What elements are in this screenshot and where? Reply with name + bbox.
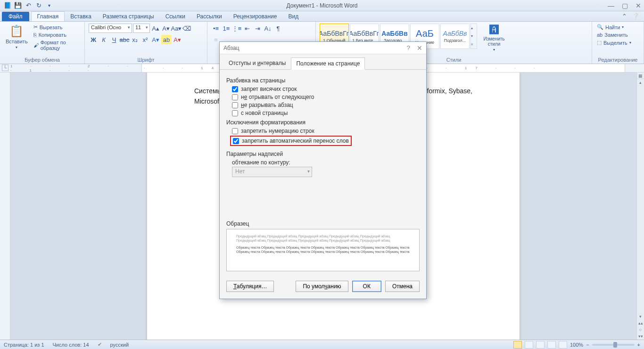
multilevel-icon[interactable]: ⋮≡ [232, 24, 241, 33]
chk-suppress-lines[interactable]: запретить нумерацию строк [232, 128, 420, 134]
zoom-level[interactable]: 100% [570, 342, 583, 348]
dialog-tab-indents[interactable]: Отступы и интервалы [223, 57, 291, 69]
copy-button[interactable]: ⎘Копировать [33, 32, 81, 38]
maximize-icon[interactable]: ▢ [622, 2, 628, 9]
select-button[interactable]: ⬚Выделить ▾ [596, 39, 632, 46]
chk-keep-together[interactable]: не разрывать абзац [232, 102, 420, 108]
undo-icon[interactable]: ↶ [24, 1, 33, 10]
browse-object-icon[interactable]: ○ [637, 326, 644, 333]
cut-button[interactable]: ✂Вырезать [33, 24, 81, 31]
chk-keep-next[interactable]: не отрывать от следующего [232, 94, 420, 100]
dialog-tabs: Отступы и интервалы Положение на страниц… [220, 54, 426, 69]
chk-no-hyphen[interactable]: запретить автоматический перенос слов [233, 138, 349, 144]
qat-more-icon[interactable]: ▾ [44, 1, 54, 10]
minimize-icon[interactable]: — [608, 2, 614, 9]
scroll-ruler-toggle[interactable]: ▦ [637, 73, 644, 79]
chk-keep-together-input[interactable] [232, 102, 238, 108]
tab-references[interactable]: Ссылки [160, 12, 191, 21]
styles-scroll[interactable]: ▴▾≡ [471, 24, 477, 49]
chk-widow-input[interactable] [232, 86, 238, 92]
section-exceptions: Исключения форматирования [226, 119, 420, 126]
tab-file[interactable]: Файл [2, 12, 29, 21]
superscript-button[interactable]: x² [140, 35, 150, 44]
font-color-icon[interactable]: A▾ [173, 35, 182, 44]
cancel-button[interactable]: Отмена [385, 281, 420, 292]
tab-view[interactable]: Вид [282, 12, 304, 21]
subscript-button[interactable]: x₂ [130, 35, 140, 44]
italic-button[interactable]: К [99, 35, 108, 44]
paste-button[interactable]: 📋 Вставить ▾ [4, 24, 30, 50]
indent-inc-icon[interactable]: ⇥ [253, 24, 262, 33]
dialog-close-icon[interactable]: ✕ [417, 44, 422, 52]
prev-page-icon[interactable]: ▴▴ [637, 320, 644, 326]
style-subtitle[interactable]: АаБбВвПодзагол... [440, 24, 470, 49]
ribbon-minimize-icon[interactable]: ⌃ [622, 13, 627, 20]
highlight-icon[interactable]: ab [161, 35, 172, 44]
save-icon[interactable]: 💾 [13, 1, 23, 10]
view-web[interactable] [536, 341, 545, 349]
sort-icon[interactable]: A↓ [263, 24, 272, 33]
grow-font-icon[interactable]: A▴ [151, 24, 160, 33]
scrollbar-vertical[interactable]: ▦ ▴ ▾ ▴▴ ○ ▾▾ [636, 73, 644, 340]
chk-widow-control[interactable]: запрет висячих строк [232, 86, 420, 92]
status-words[interactable]: Число слов: 14 [53, 342, 89, 348]
next-page-icon[interactable]: ▾▾ [637, 333, 644, 340]
replace-button[interactable]: abЗаменить [596, 32, 632, 38]
dialog-tab-position[interactable]: Положение на странице [291, 57, 365, 70]
default-button[interactable]: По умолчанию [296, 281, 348, 292]
font-name-combo[interactable]: Calibri (Осно [89, 24, 132, 33]
chk-no-hyphen-input[interactable] [233, 138, 239, 144]
bold-button[interactable]: Ж [89, 35, 98, 44]
dialog-titlebar[interactable]: Абзац ? ✕ [220, 42, 426, 54]
find-icon: 🔍 [597, 24, 603, 30]
ribbon-help-icon[interactable]: ❔ [632, 13, 639, 20]
indent-dec-icon[interactable]: ⇤ [242, 24, 252, 33]
change-case-icon[interactable]: Aa▾ [172, 24, 181, 33]
clear-format-icon[interactable]: ⌫ [182, 24, 191, 33]
view-draft[interactable] [559, 341, 567, 349]
tabs-button[interactable]: Табуляция… [226, 281, 274, 292]
tab-mailings[interactable]: Рассылки [191, 12, 228, 21]
status-page[interactable]: Страница: 1 из 1 [4, 342, 44, 348]
underline-button[interactable]: Ч [109, 35, 119, 44]
tab-layout[interactable]: Разметка страницы [97, 12, 160, 21]
numbering-icon[interactable]: 1≡ [222, 24, 231, 33]
chk-page-break[interactable]: с новой страницы [232, 110, 420, 116]
view-outline[interactable] [547, 341, 556, 349]
chevron-down-icon: ▾ [493, 48, 495, 52]
word-icon[interactable]: 📘 [3, 1, 12, 10]
bullets-icon[interactable]: •≡ [211, 24, 221, 33]
dialog-help-icon[interactable]: ? [407, 44, 410, 51]
paragraph-dialog: Абзац ? ✕ Отступы и интервалы Положение … [219, 41, 427, 299]
scroll-down-icon[interactable]: ▾ [637, 313, 644, 320]
strike-button[interactable]: abc [120, 35, 129, 44]
text-effects-icon[interactable]: A▾ [151, 35, 160, 44]
status-proof-icon[interactable]: ✔ [98, 341, 102, 348]
chk-suppress-lines-input[interactable] [232, 128, 238, 134]
view-print-layout[interactable] [513, 341, 522, 349]
status-lang[interactable]: русский [110, 342, 129, 348]
tab-insert[interactable]: Вставка [65, 12, 97, 21]
find-button[interactable]: 🔍Найти ▾ [596, 24, 632, 31]
scroll-up-icon[interactable]: ▴ [637, 79, 644, 86]
tab-review[interactable]: Рецензирование [228, 12, 283, 21]
zoom-out-icon[interactable]: − [586, 342, 589, 348]
chk-keep-next-input[interactable] [232, 94, 238, 100]
window-controls: — ▢ ✕ [608, 2, 641, 9]
tab-selector[interactable]: └ [2, 65, 8, 71]
ok-button[interactable]: ОК [352, 281, 381, 292]
statusbar: Страница: 1 из 1 Число слов: 14 ✔ русски… [0, 340, 644, 349]
ruler-vertical[interactable] [0, 73, 10, 340]
redo-icon[interactable]: ↻ [34, 1, 43, 10]
font-size-combo[interactable]: 11 [133, 24, 150, 33]
view-fullscreen[interactable] [525, 341, 533, 349]
tab-home[interactable]: Главная [31, 11, 65, 21]
show-marks-icon[interactable]: ¶ [273, 24, 283, 33]
chk-page-break-input[interactable] [232, 110, 238, 116]
shrink-font-icon[interactable]: A▾ [161, 24, 171, 33]
format-painter-button[interactable]: 🖌Формат по образцу [33, 39, 81, 51]
close-window-icon[interactable]: ✕ [636, 2, 641, 9]
zoom-slider[interactable] [592, 344, 635, 346]
zoom-in-icon[interactable]: + [637, 342, 640, 348]
change-styles-button[interactable]: 🅰 Изменить стили ▾ [480, 24, 508, 53]
